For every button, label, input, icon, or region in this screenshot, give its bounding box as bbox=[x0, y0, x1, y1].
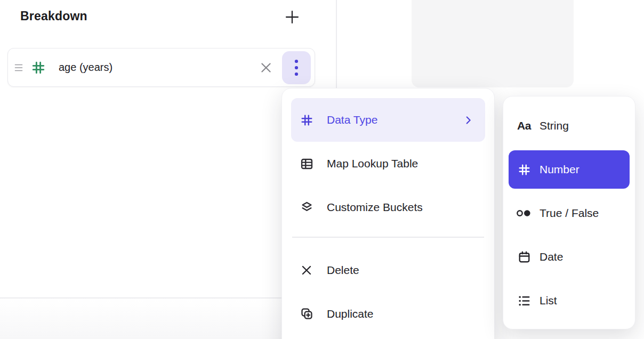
stack-icon bbox=[299, 200, 314, 215]
hash-icon bbox=[299, 112, 314, 127]
hash-icon bbox=[515, 163, 533, 177]
x-icon bbox=[299, 263, 314, 278]
submenu-item-label: Date bbox=[540, 251, 563, 263]
string-icon: Aa bbox=[515, 119, 533, 132]
background-chart-placeholder bbox=[412, 0, 574, 87]
menu-divider bbox=[292, 237, 484, 238]
boolean-circles-icon bbox=[515, 207, 533, 220]
submenu-item-true-false[interactable]: True / False bbox=[509, 191, 630, 235]
table-icon bbox=[299, 156, 314, 171]
data-type-submenu: Aa String Number True / False bbox=[503, 96, 635, 329]
drag-handle-icon[interactable] bbox=[13, 60, 25, 76]
menu-item-map-lookup-table[interactable]: Map Lookup Table bbox=[291, 142, 485, 185]
menu-item-label: Delete bbox=[327, 264, 359, 277]
menu-item-delete[interactable]: Delete bbox=[291, 248, 485, 292]
remove-field-button[interactable] bbox=[256, 58, 276, 77]
kebab-dots-icon bbox=[294, 58, 299, 77]
field-name-label: age (years) bbox=[59, 61, 112, 74]
menu-item-label: Map Lookup Table bbox=[327, 157, 418, 170]
submenu-item-label: True / False bbox=[540, 207, 599, 220]
page-title: Breakdown bbox=[20, 9, 87, 23]
close-icon bbox=[259, 60, 273, 75]
menu-item-label: Data Type bbox=[327, 114, 377, 126]
submenu-item-list[interactable]: List bbox=[509, 279, 630, 322]
submenu-item-number[interactable]: Number bbox=[509, 150, 630, 189]
submenu-item-label: Number bbox=[540, 163, 579, 176]
add-breakdown-button[interactable] bbox=[281, 6, 303, 28]
menu-item-label: Customize Buckets bbox=[327, 201, 423, 214]
submenu-item-string[interactable]: Aa String bbox=[509, 104, 630, 148]
field-options-button[interactable] bbox=[282, 51, 311, 84]
submenu-item-date[interactable]: Date bbox=[509, 235, 630, 279]
duplicate-icon bbox=[299, 306, 314, 321]
menu-item-duplicate[interactable]: Duplicate bbox=[291, 292, 485, 336]
menu-item-label: Duplicate bbox=[327, 308, 374, 320]
submenu-item-label: String bbox=[540, 119, 569, 132]
submenu-item-label: List bbox=[540, 294, 557, 307]
field-context-menu: Data Type Map Lookup Table bbox=[281, 88, 495, 339]
plus-icon bbox=[284, 9, 301, 26]
calendar-icon bbox=[515, 250, 533, 264]
number-hash-icon bbox=[29, 59, 47, 77]
menu-item-data-type[interactable]: Data Type bbox=[291, 98, 485, 142]
menu-item-customize-buckets[interactable]: Customize Buckets bbox=[291, 185, 485, 229]
chevron-right-icon bbox=[463, 115, 473, 125]
list-icon bbox=[515, 294, 533, 308]
breakdown-field-row[interactable]: age (years) bbox=[7, 48, 315, 87]
breakdown-panel: Breakdown age (years) bbox=[0, 0, 644, 339]
